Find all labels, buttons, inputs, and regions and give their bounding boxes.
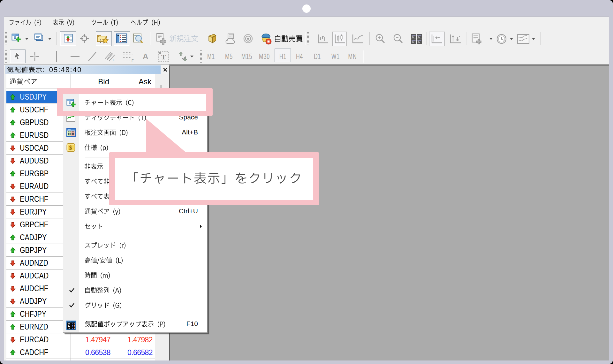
svg-text:E: E [113, 58, 115, 62]
svg-text:T: T [161, 53, 166, 61]
svg-text:$: $ [69, 145, 72, 151]
svg-text:F: F [132, 59, 134, 63]
